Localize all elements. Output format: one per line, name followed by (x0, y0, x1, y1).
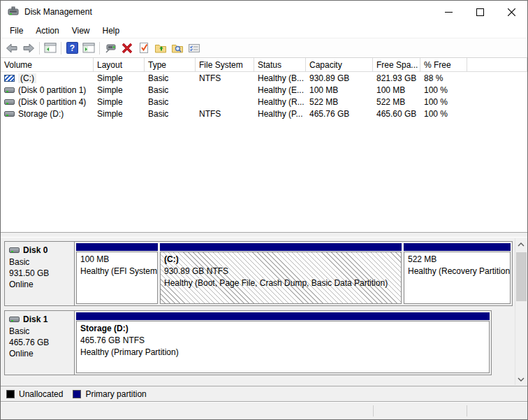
cell-fs: NTFS (196, 72, 254, 84)
partition-efi[interactable]: 100 MB Healthy (EFI System (76, 243, 158, 304)
scroll-up-button[interactable] (515, 238, 527, 250)
folder-explore-button[interactable] (169, 40, 186, 57)
disk1-row: Disk 1 Basic 465.76 GB Online Storage (D… (4, 310, 492, 375)
minimize-button[interactable] (433, 1, 464, 23)
pane-splitter[interactable] (1, 232, 527, 238)
display-device-icon (104, 43, 117, 54)
volume-name: (C:) (18, 73, 36, 83)
volume-icon (4, 99, 15, 106)
close-button[interactable] (496, 1, 527, 23)
delete-x-icon (122, 43, 133, 54)
partition-color-bar (160, 243, 402, 251)
cell-pct: 100 % (420, 96, 467, 108)
disk1-name: Disk 1 (23, 314, 47, 325)
disk1-label-panel[interactable]: Disk 1 Basic 465.76 GB Online (5, 311, 75, 375)
cell-free: 522 MB (373, 96, 420, 108)
vertical-scrollbar[interactable] (515, 238, 527, 385)
disk0-partitions: 100 MB Healthy (EFI System (C:) 930.89 G… (75, 242, 512, 305)
disk0-name: Disk 0 (23, 245, 47, 256)
col-header-filler (467, 58, 527, 71)
partition-name: (C:) (164, 254, 397, 266)
disk1-kind: Basic (9, 326, 70, 337)
partition-size: 465.76 GB NTFS (80, 335, 485, 347)
disk1-status: Online (9, 348, 70, 359)
toolbar-separator (61, 42, 61, 55)
help-button[interactable]: ? (64, 40, 80, 57)
scrollbar-thumb[interactable] (516, 252, 527, 301)
menu-file[interactable]: File (3, 24, 29, 38)
chevron-up-icon (518, 242, 525, 247)
col-header-volume[interactable]: Volume (1, 58, 94, 71)
disk0-row: Disk 0 Basic 931.50 GB Online 100 MB Hea… (4, 241, 513, 306)
maximize-icon (476, 8, 484, 16)
col-header-status[interactable]: Status (254, 58, 306, 71)
cell-layout: Simple (94, 72, 145, 84)
col-header-capacity[interactable]: Capacity (306, 58, 373, 71)
cell-fs (196, 96, 254, 108)
partition-recovery[interactable]: 522 MB Healthy (Recovery Partition (404, 243, 511, 304)
statusbar-divider (467, 405, 467, 417)
disk0-kind: Basic (9, 256, 70, 268)
col-header-file-system[interactable]: File System (196, 58, 254, 71)
forward-button[interactable] (20, 40, 37, 57)
col-header-free-space[interactable]: Free Spa... (373, 58, 420, 71)
cell-capacity: 100 MB (306, 84, 373, 96)
partition-status: Healthy (EFI System (80, 266, 154, 277)
graphical-view-pane: Disk 0 Basic 931.50 GB Online 100 MB Hea… (1, 238, 527, 386)
partition-storage-d[interactable]: Storage (D:) 465.76 GB NTFS Healthy (Pri… (76, 312, 490, 373)
delete-volume-button[interactable] (119, 40, 135, 57)
menu-help[interactable]: Help (96, 24, 126, 38)
partition-size: 930.89 GB NTFS (164, 266, 397, 277)
action-pane-toggle-button[interactable] (80, 40, 97, 57)
status-bar (1, 402, 527, 419)
partition-status: Healthy (Recovery Partition (408, 266, 506, 277)
scroll-down-button[interactable] (515, 373, 527, 385)
checklist-button[interactable] (186, 40, 203, 57)
legend-unallocated-label: Unallocated (19, 389, 63, 399)
disk0-size: 931.50 GB (9, 268, 70, 279)
disk-icon (9, 247, 20, 254)
partition-color-bar (404, 243, 511, 251)
volume-row-c[interactable]: (C:) Simple Basic NTFS Healthy (B... 930… (1, 72, 527, 84)
action-pane-icon (82, 43, 95, 54)
cell-pct: 100 % (420, 84, 467, 96)
col-header-type[interactable]: Type (145, 58, 196, 71)
partition-status: Healthy (Boot, Page File, Crash Dump, Ba… (164, 277, 397, 289)
display-device-button[interactable] (102, 40, 119, 57)
col-header-layout[interactable]: Layout (94, 58, 145, 71)
check-document-button[interactable] (135, 40, 152, 57)
partition-status: Healthy (Primary Partition) (80, 347, 485, 359)
app-icon (8, 6, 19, 17)
cell-status: Healthy (P... (254, 108, 306, 120)
help-icon: ? (66, 42, 78, 54)
disk-icon (9, 316, 20, 323)
cell-pct: 88 % (420, 72, 467, 84)
volume-row-partition1[interactable]: (Disk 0 partition 1) Simple Basic Health… (1, 84, 527, 96)
disk-management-window: Disk Management File Action View Help (0, 0, 528, 420)
partition-name: Storage (D:) (80, 323, 485, 335)
partition-c[interactable]: (C:) 930.89 GB NTFS Healthy (Boot, Page … (160, 243, 402, 304)
console-tree-toggle-button[interactable] (42, 40, 59, 57)
cell-type: Basic (145, 108, 196, 120)
toolbar-separator (99, 42, 100, 55)
menu-action[interactable]: Action (29, 24, 65, 38)
maximize-button[interactable] (464, 1, 496, 23)
volume-row-storage-d[interactable]: Storage (D:) Simple Basic NTFS Healthy (… (1, 108, 527, 120)
menu-view[interactable]: View (66, 24, 96, 38)
cell-pct: 100 % (420, 108, 467, 120)
folder-up-button[interactable] (152, 40, 169, 57)
back-button[interactable] (3, 40, 20, 57)
disk1-size: 465.76 GB (9, 337, 70, 348)
cell-free: 100 MB (373, 84, 420, 96)
volume-row-partition4[interactable]: (Disk 0 partition 4) Simple Basic Health… (1, 96, 527, 108)
statusbar-divider (373, 405, 374, 417)
col-header-pct-free[interactable]: % Free (420, 58, 467, 71)
disk0-status: Online (9, 279, 70, 290)
disk0-label-panel[interactable]: Disk 0 Basic 931.50 GB Online (5, 242, 75, 305)
partition-color-bar (76, 243, 158, 251)
cell-capacity: 465.76 GB (306, 108, 373, 120)
volume-name: (Disk 0 partition 1) (18, 85, 86, 95)
cell-status: Healthy (B... (254, 72, 306, 84)
checklist-icon (188, 43, 200, 54)
check-document-icon (138, 42, 149, 54)
